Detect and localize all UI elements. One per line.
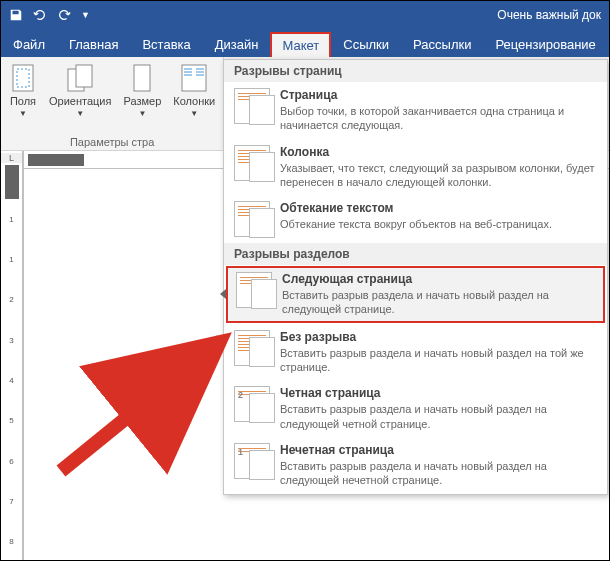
- columns-button[interactable]: Колонки▼: [171, 61, 217, 120]
- size-label: Размер: [123, 95, 161, 107]
- quick-access-toolbar: ▼: [9, 8, 90, 22]
- vertical-ruler[interactable]: L 1 1 2 3 4 5 6 7 8: [1, 151, 23, 561]
- save-icon[interactable]: [9, 8, 23, 22]
- tab-insert[interactable]: Вставка: [130, 32, 202, 57]
- page-setup-group: Поля▼ Ориентация▼ Размер▼ Колонки▼ Парам…: [1, 57, 224, 150]
- next-page-icon: [236, 272, 272, 308]
- break-page-item[interactable]: Страница Выбор точки, в которой заканчив…: [224, 82, 607, 139]
- item-title: Обтекание текстом: [280, 201, 597, 215]
- item-title: Колонка: [280, 145, 597, 159]
- orientation-label: Ориентация: [49, 95, 111, 107]
- item-desc: Выбор точки, в которой заканчивается одн…: [280, 104, 597, 133]
- tab-references[interactable]: Ссылки: [331, 32, 401, 57]
- item-desc: Обтекание текста вокруг объектов на веб-…: [280, 217, 597, 231]
- redo-icon[interactable]: [57, 8, 71, 22]
- tab-mailings[interactable]: Рассылки: [401, 32, 483, 57]
- tab-review[interactable]: Рецензирование: [483, 32, 607, 57]
- margins-button[interactable]: Поля▼: [7, 61, 39, 120]
- ruler-margin: [28, 154, 84, 166]
- svg-rect-4: [134, 65, 150, 91]
- chevron-down-icon: ▼: [19, 109, 27, 118]
- chevron-down-icon: ▼: [138, 109, 146, 118]
- item-title: Следующая страница: [282, 272, 595, 286]
- break-textwrap-item[interactable]: Обтекание текстом Обтекание текста вокру…: [224, 195, 607, 243]
- item-desc: Вставить разрыв раздела и начать новый р…: [280, 402, 597, 431]
- orientation-icon: [66, 63, 94, 93]
- item-title: Без разрыва: [280, 330, 597, 344]
- even-page-icon: 2: [234, 386, 270, 422]
- document-name: Очень важный док: [497, 8, 601, 22]
- page-setup-label: Параметры стра: [7, 134, 217, 148]
- page-break-icon: [234, 88, 270, 124]
- chevron-down-icon: ▼: [76, 109, 84, 118]
- ruler-corner: L: [1, 153, 22, 163]
- odd-page-icon: 1: [234, 443, 270, 479]
- orientation-button[interactable]: Ориентация▼: [47, 61, 113, 120]
- tab-home[interactable]: Главная: [57, 32, 130, 57]
- columns-icon: [180, 63, 208, 93]
- ruler-margin: [5, 165, 19, 199]
- section-next-page-item[interactable]: Следующая страница Вставить разрыв разде…: [226, 266, 605, 323]
- column-break-icon: [234, 145, 270, 181]
- item-desc: Вставить разрыв раздела и начать новый р…: [282, 288, 595, 317]
- selection-arrow-icon: [220, 289, 226, 299]
- breaks-dropdown: Разрывы страниц Страница Выбор точки, в …: [223, 59, 608, 495]
- item-desc: Вставить разрыв раздела и начать новый р…: [280, 346, 597, 375]
- item-desc: Вставить разрыв раздела и начать новый р…: [280, 459, 597, 488]
- item-title: Страница: [280, 88, 597, 102]
- dropdown-header-pages: Разрывы страниц: [224, 60, 607, 82]
- dropdown-header-sections: Разрывы разделов: [224, 243, 607, 265]
- continuous-icon: [234, 330, 270, 366]
- textwrap-break-icon: [234, 201, 270, 237]
- tab-design[interactable]: Дизайн: [203, 32, 271, 57]
- tab-layout[interactable]: Макет: [270, 32, 331, 57]
- margins-icon: [9, 63, 37, 93]
- ribbon-tabs: Файл Главная Вставка Дизайн Макет Ссылки…: [1, 29, 609, 57]
- chevron-down-icon[interactable]: ▼: [81, 10, 90, 20]
- section-even-page-item[interactable]: 2 Четная страница Вставить разрыв раздел…: [224, 380, 607, 437]
- item-title: Нечетная страница: [280, 443, 597, 457]
- chevron-down-icon: ▼: [190, 109, 198, 118]
- tab-file[interactable]: Файл: [1, 32, 57, 57]
- undo-icon[interactable]: [33, 8, 47, 22]
- section-continuous-item[interactable]: Без разрыва Вставить разрыв раздела и на…: [224, 324, 607, 381]
- ruler-scale: 1 1 2 3 4 5 6 7 8: [5, 199, 19, 561]
- item-desc: Указывает, что текст, следующий за разры…: [280, 161, 597, 190]
- titlebar: ▼ Очень важный док: [1, 1, 609, 29]
- margins-label: Поля: [10, 95, 36, 107]
- break-column-item[interactable]: Колонка Указывает, что текст, следующий …: [224, 139, 607, 196]
- section-odd-page-item[interactable]: 1 Нечетная страница Вставить разрыв разд…: [224, 437, 607, 494]
- columns-label: Колонки: [173, 95, 215, 107]
- size-icon: [128, 63, 156, 93]
- item-title: Четная страница: [280, 386, 597, 400]
- size-button[interactable]: Размер▼: [121, 61, 163, 120]
- svg-rect-3: [76, 65, 92, 87]
